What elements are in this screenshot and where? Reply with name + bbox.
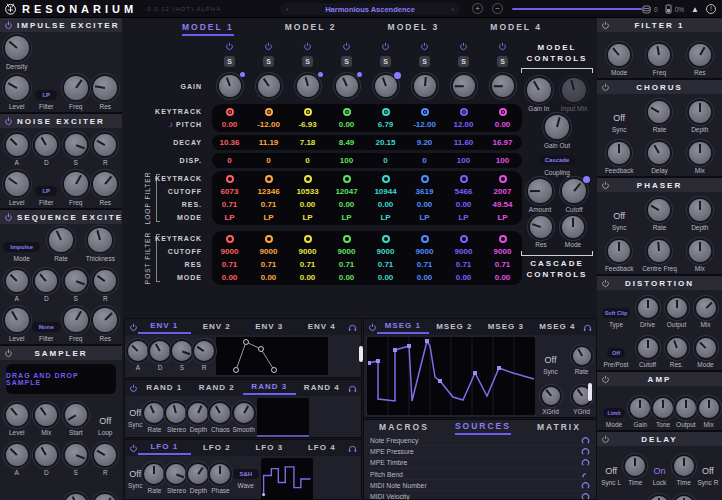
sampler-release-knob[interactable]	[94, 444, 116, 466]
sampler-res-knob[interactable]	[94, 494, 116, 500]
impulse-res-knob[interactable]	[93, 76, 117, 100]
amp-gain-knob[interactable]	[630, 398, 650, 418]
post-cutoff-value[interactable]: 9000	[260, 247, 278, 256]
gain-knob-5[interactable]	[375, 75, 397, 97]
power-icon[interactable]	[4, 349, 13, 358]
resonator-power-icon[interactable]	[498, 42, 507, 51]
keytrack-toggle[interactable]	[460, 108, 468, 116]
source-row[interactable]: MIDI Velocity	[364, 491, 596, 500]
power-icon[interactable]	[601, 435, 610, 444]
phaser-depth-knob[interactable]	[689, 199, 711, 221]
sample-drop-zone[interactable]: DRAG AND DROP SAMPLE	[6, 372, 116, 386]
decay-value[interactable]: 16.97	[492, 138, 512, 147]
distortion-res-knob[interactable]	[667, 338, 687, 358]
rand-rate-knob[interactable]	[144, 403, 164, 423]
cascade-mode-button[interactable]: Cascade	[538, 155, 577, 165]
resonator-power-icon[interactable]	[303, 42, 312, 51]
post-mode-value[interactable]: 0.00	[300, 273, 316, 282]
gain-knob-6[interactable]	[414, 75, 436, 97]
chorus-rate-knob[interactable]	[648, 101, 670, 123]
power-icon[interactable]	[601, 279, 610, 288]
source-row[interactable]: Note Frequency	[364, 435, 596, 446]
loop-res-value[interactable]: 49.54	[492, 200, 512, 209]
sampler-loop-toggle[interactable]: Off	[99, 416, 111, 426]
tab-model-4[interactable]: MODEL 4	[490, 22, 542, 36]
power-icon[interactable]	[129, 323, 138, 332]
post-keytrack-toggle[interactable]	[460, 235, 468, 243]
chorus-feedback-knob[interactable]	[608, 142, 630, 164]
distortion-cutoff-knob[interactable]	[638, 338, 658, 358]
gain-knob-3[interactable]	[297, 75, 319, 97]
tab-matrix[interactable]: MATRIX	[537, 422, 581, 434]
tab-lfo-3[interactable]: LFO 3	[243, 443, 296, 454]
warning-icon[interactable]: ▲	[691, 5, 699, 14]
pitch-value[interactable]: -6.93	[298, 120, 316, 129]
impulse-level-knob[interactable]	[5, 76, 29, 100]
keytrack-toggle[interactable]	[499, 108, 507, 116]
rand-sync-toggle[interactable]: Off	[129, 408, 141, 418]
amp-mix-knob[interactable]	[699, 398, 719, 418]
phaser-centre-freq-knob[interactable]	[648, 240, 670, 262]
source-row[interactable]: MIDI Note Number	[364, 480, 596, 491]
solo-button[interactable]: S	[458, 56, 469, 67]
preset-delete-button[interactable]: −	[492, 3, 503, 14]
tab-rand-4[interactable]: RAND 4	[296, 383, 349, 394]
loop-mode-value[interactable]: LP	[224, 213, 234, 222]
filter1-res-knob[interactable]	[689, 44, 711, 66]
tab-env-4[interactable]: ENV 4	[296, 322, 349, 333]
keytrack-toggle[interactable]	[226, 108, 234, 116]
density-knob[interactable]	[5, 36, 29, 60]
sources-scrollbar[interactable]	[588, 383, 592, 401]
pitch-value[interactable]: -12.00	[413, 120, 436, 129]
disp-value[interactable]: 100	[496, 156, 509, 165]
mseg-sync-toggle[interactable]: Off	[545, 355, 557, 365]
source-row[interactable]: Pitch Bend	[364, 469, 596, 480]
lfo-stereo-knob[interactable]	[166, 464, 186, 484]
loop-mode-value[interactable]: LP	[302, 213, 312, 222]
delay-mix-knob[interactable]	[674, 496, 694, 500]
post-cutoff-value[interactable]: 9000	[338, 247, 356, 256]
loop-cutoff-value[interactable]: 3619	[416, 187, 434, 196]
lfo-wave-button[interactable]: S&H	[232, 469, 259, 479]
gain-knob-2[interactable]	[258, 75, 280, 97]
power-icon[interactable]	[4, 21, 13, 30]
amp-output-knob[interactable]	[676, 398, 696, 418]
post-mode-value[interactable]: 0.00	[378, 273, 394, 282]
power-icon[interactable]	[129, 384, 138, 393]
decay-value[interactable]: 20.15	[375, 138, 395, 147]
noise-res-knob[interactable]	[93, 172, 117, 196]
distortion-mode-knob[interactable]	[696, 338, 716, 358]
tab-mseg-1[interactable]: MSEG 1	[377, 321, 429, 334]
preset-name[interactable]: Harmonious Ascendence	[325, 5, 415, 14]
chorus-sync-toggle[interactable]: Off	[613, 113, 625, 123]
post-mode-value[interactable]: 0.00	[222, 273, 238, 282]
audition-icon[interactable]	[583, 323, 592, 332]
seq-rate-knob[interactable]	[49, 228, 73, 252]
decay-value[interactable]: 10.36	[219, 138, 239, 147]
coupling-cutoff-knob[interactable]	[562, 179, 586, 203]
env-decay-knob[interactable]	[150, 341, 170, 361]
preset-browser[interactable]: ‹ Harmonious Ascendence ›	[280, 3, 460, 15]
seq-sustain-knob[interactable]	[65, 270, 87, 292]
tab-rand-2[interactable]: RAND 2	[191, 383, 244, 394]
distortion-output-knob[interactable]	[667, 298, 687, 318]
preset-save-button[interactable]: +	[472, 3, 483, 14]
noise-attack-knob[interactable]	[6, 134, 28, 156]
disp-value[interactable]: 0	[227, 156, 231, 165]
post-res-value[interactable]: 0.71	[261, 260, 277, 269]
keytrack-toggle[interactable]	[304, 108, 312, 116]
dial-icon[interactable]	[581, 447, 590, 456]
loop-keytrack-toggle[interactable]	[226, 175, 234, 183]
loop-cutoff-value[interactable]: 12047	[335, 187, 357, 196]
gain-knob-4[interactable]	[336, 75, 358, 97]
delay-time-l-knob[interactable]	[625, 456, 645, 476]
seq-attack-knob[interactable]	[6, 270, 28, 292]
loop-res-value[interactable]: 0.00	[300, 200, 316, 209]
lfo-depth-knob[interactable]	[188, 464, 208, 484]
resonator-power-icon[interactable]	[264, 42, 273, 51]
pitch-value[interactable]: -12.00	[257, 120, 280, 129]
post-keytrack-toggle[interactable]	[226, 235, 234, 243]
resonator-power-icon[interactable]	[342, 42, 351, 51]
post-mode-value[interactable]: 0.00	[339, 273, 355, 282]
decay-value[interactable]: 9.20	[417, 138, 433, 147]
